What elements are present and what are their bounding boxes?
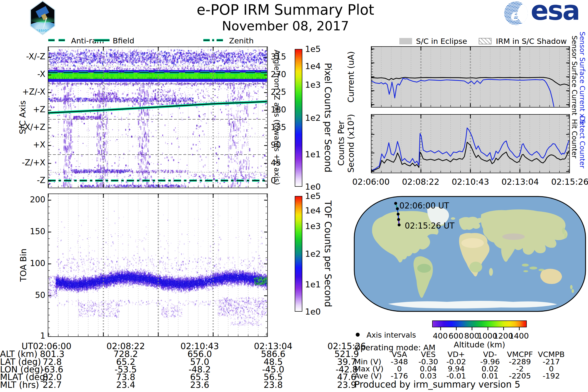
time-tick-label: 02:15:26 — [543, 177, 588, 187]
tick-label: 1e1 — [305, 280, 321, 289]
tick-label: 1e0 — [305, 182, 321, 192]
antiram-legend-line-icon — [48, 37, 68, 43]
tick-label: 1e5 — [305, 191, 321, 201]
tick-label: 1e2 — [305, 113, 321, 123]
world-map — [354, 196, 586, 312]
tick-label: +X — [6, 140, 45, 150]
esa-logo-icon: e esa — [504, 2, 585, 26]
altitude-tick — [503, 327, 504, 330]
eclipse-legend-label: S/C in Eclipse — [416, 37, 467, 46]
eclipse-legend-swatch-icon — [399, 38, 412, 44]
esa-label: esa — [531, 0, 579, 26]
bfield-legend-line-icon — [94, 37, 110, 43]
tick-label: 150 — [6, 226, 45, 236]
tick-label: 1 — [6, 331, 45, 340]
time-tick-label: 02:08:22 — [394, 177, 448, 187]
toa-spectrogram-plot — [48, 194, 268, 337]
altitude-tick — [519, 327, 520, 330]
sc-axis-spectrogram-plot — [48, 46, 268, 188]
tick-label: -Z/+X — [6, 158, 45, 167]
axis-intervals-dot-icon — [356, 333, 360, 337]
altitude-tick — [488, 327, 488, 330]
shadow-legend-swatch-icon — [479, 38, 492, 44]
zenith-legend-line-icon — [203, 37, 224, 43]
tick-label: 1e5 — [305, 44, 321, 54]
counters-plot — [371, 114, 570, 173]
tick-label: 1e4 — [305, 206, 321, 215]
tick-label: 1e2 — [305, 249, 321, 259]
altitude-tick — [472, 327, 472, 330]
pixel-counts-colorbar-title: Pixel Counts per Second — [323, 63, 333, 172]
plot3-ylabel: Current (uA) — [346, 51, 356, 103]
axis-intervals-label: Axis intervals — [366, 331, 416, 339]
bfield-legend-label: Bfield — [113, 36, 134, 45]
tick-label: 1e3 — [305, 80, 321, 90]
tick-label: 1e0 — [305, 307, 321, 316]
ephemeris-cell: 23.6 — [170, 380, 229, 390]
tick-label: +Z — [6, 104, 45, 114]
tick-label: 1e3 — [305, 221, 321, 231]
plot3-right-label-blue: Sensor Surface Current x 5 — [578, 32, 586, 124]
page-subtitle: November 08, 2017 — [166, 18, 404, 33]
tick-label: -X — [6, 69, 45, 79]
plot4-right-label-black: Hit Counter — [570, 119, 578, 158]
time-tick-label: 02:10:43 — [444, 177, 497, 187]
summary-plot-page: CASSIOPE e-POP IRM Summary Plot November… — [0, 0, 588, 392]
plot1-right-axis-label: Angle from -Z axis (towards +X axis) — [273, 50, 281, 185]
current-plot — [371, 46, 570, 108]
ephemeris-cell: 23.8 — [244, 380, 302, 390]
plot3-right-label-black: Sensor Surface Current — [570, 36, 578, 116]
plot4-ylabel: Counts Per Second (x10³) — [336, 114, 356, 172]
altitude-tick — [440, 327, 441, 330]
cassiope-label: CASSIOPE — [30, 29, 55, 32]
tick-label: 1e1 — [305, 150, 321, 159]
tof-counts-colorbar — [295, 196, 302, 312]
tick-label: +X/+Z — [6, 122, 45, 132]
tof-counts-colorbar-title: TOF Counts per Second — [323, 200, 333, 307]
altitude-tick — [456, 327, 457, 330]
tick-label: 200 — [6, 195, 45, 204]
voltage-cell: -192 — [529, 372, 573, 380]
cassiope-mission-patch-icon: CASSIOPE — [29, 0, 56, 35]
ephemeris-cell: 23.4 — [96, 380, 155, 390]
tick-label: 1e4 — [305, 61, 321, 71]
shadow-legend-label: IRM in S/C Shadow — [496, 37, 567, 46]
tick-label: 100 — [6, 258, 45, 268]
plot4-right-label-blue: Detect Counter — [578, 116, 586, 168]
footer-text: Produced by irm_summary version 5 — [354, 379, 520, 390]
track-end-label: 02:15:26 UT — [405, 221, 454, 230]
page-title: e-POP IRM Summary Plot — [166, 2, 404, 18]
altitude-colorbar — [432, 320, 527, 327]
tick-label: 50 — [6, 290, 45, 300]
zenith-legend-label: Zenith — [229, 36, 254, 45]
tick-label: -X/-Z — [6, 52, 45, 61]
tick-label: +Z/-X — [6, 87, 45, 96]
pixel-counts-colorbar — [295, 49, 302, 187]
time-tick-label: 02:06:00 — [344, 177, 398, 187]
tick-label: -Z — [6, 176, 45, 185]
track-start-label: 02:06:00 UT — [399, 201, 449, 210]
altitude-colorbar-title: Altitude (km) — [454, 340, 505, 349]
time-tick-label: 02:13:04 — [493, 177, 547, 187]
ephemeris-cell: 22.7 — [23, 380, 82, 390]
altitude-tick-label: 1400 — [504, 331, 534, 340]
